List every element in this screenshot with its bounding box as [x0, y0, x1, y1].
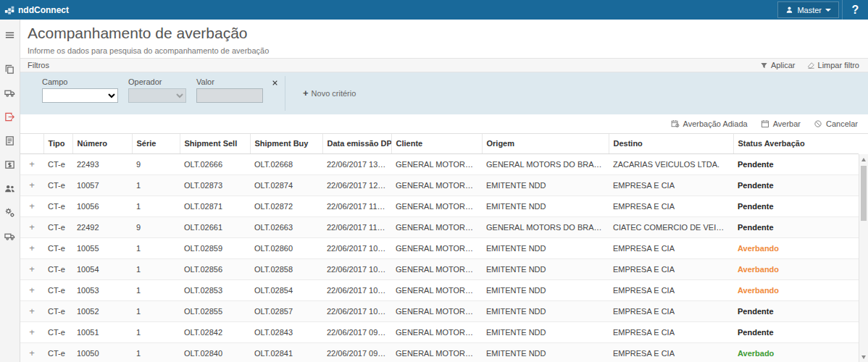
cancelar-button[interactable]: Cancelar — [814, 119, 858, 128]
expand-row-button[interactable]: + — [20, 300, 43, 321]
cell-origem: EMITENTE NDD — [482, 174, 609, 195]
expand-row-button[interactable]: + — [20, 237, 43, 258]
column-header-destino[interactable]: Destino — [609, 134, 733, 153]
cell-origem: EMITENTE NDD — [482, 300, 609, 321]
scrollbar-thumb[interactable] — [861, 166, 867, 221]
column-header-shipment_buy[interactable]: Shipment Buy — [250, 134, 322, 153]
column-header-origem[interactable]: Origem — [482, 134, 609, 153]
cell-shipment_buy: OLT.02858 — [250, 258, 322, 279]
triangle-down-icon — [861, 355, 866, 359]
cell-shipment_sell: OLT.02856 — [180, 258, 250, 279]
cell-data_emissao: 22/06/2017 12:06 — [322, 174, 391, 195]
table-row[interactable]: +CT-e100571OLT.02873OLT.0287422/06/2017 … — [20, 174, 859, 195]
scroll-up-button[interactable] — [859, 154, 868, 164]
status-badge: Pendente — [733, 216, 859, 237]
cell-shipment_sell: OLT.02859 — [180, 237, 250, 258]
remove-criteria-button[interactable] — [272, 76, 280, 85]
cell-tipo: CT-e — [43, 195, 72, 216]
averbar-button[interactable]: Averbar — [761, 119, 801, 128]
cell-shipment_buy: OLT.02663 — [250, 216, 322, 237]
cell-data_emissao: 22/06/2017 10:45 — [322, 300, 391, 321]
column-header-cliente[interactable]: Cliente — [391, 134, 482, 153]
status-badge: Pendente — [733, 174, 859, 195]
cell-serie: 1 — [132, 342, 180, 362]
cell-cliente: GENERAL MOTORS DO BRASIL ... — [391, 342, 482, 362]
table-row[interactable]: +CT-e100541OLT.02856OLT.0285822/06/2017 … — [20, 258, 859, 279]
expand-row-button[interactable]: + — [20, 216, 43, 237]
cell-serie: 9 — [132, 153, 180, 174]
table-row[interactable]: +CT-e100521OLT.02855OLT.0285722/06/2017 … — [20, 300, 859, 321]
expand-row-button[interactable]: + — [20, 279, 43, 300]
column-header-serie[interactable]: Série — [132, 134, 180, 153]
sidebar-item-configuracoes[interactable] — [0, 203, 20, 222]
sidebar-item-documents[interactable] — [0, 59, 20, 78]
column-label: Origem — [487, 139, 515, 148]
users-icon — [4, 183, 15, 194]
cancelar-label: Cancelar — [826, 119, 858, 128]
column-label: Destino — [614, 139, 643, 148]
new-criterion-button[interactable]: + Novo critério — [303, 88, 356, 98]
sidebar-item-usuarios[interactable] — [0, 179, 20, 198]
cell-origem: EMITENTE NDD — [482, 321, 609, 342]
cell-numero: 10050 — [72, 342, 132, 362]
apply-filter-button[interactable]: Aplicar — [760, 61, 796, 70]
column-header-status[interactable]: Status Averbação — [733, 134, 859, 153]
clear-filter-button[interactable]: Limpar filtro — [807, 61, 859, 70]
apply-filter-label: Aplicar — [771, 61, 796, 70]
cell-tipo: CT-e — [43, 153, 72, 174]
sidebar-item-transport[interactable] — [0, 83, 20, 102]
app-brand: nddConnect — [0, 5, 69, 15]
cell-numero: 22493 — [72, 153, 132, 174]
user-label: Master — [797, 6, 822, 14]
help-button[interactable]: ? — [842, 0, 868, 20]
table-row[interactable]: +CT-e224939OLT.02666OLT.0266822/06/2017 … — [20, 153, 859, 174]
user-menu-button[interactable]: Master — [777, 1, 839, 18]
vertical-scrollbar[interactable] — [859, 154, 868, 362]
column-header-data_emissao[interactable]: Data emissão DPS↓ — [322, 134, 391, 153]
sidebar-item-menu[interactable] — [0, 25, 20, 44]
expand-row-button[interactable]: + — [20, 195, 43, 216]
cell-shipment_buy: OLT.02854 — [250, 279, 322, 300]
cell-shipment_buy: OLT.02841 — [250, 342, 322, 362]
operador-label: Operador — [128, 77, 186, 86]
cell-shipment_buy: OLT.02860 — [250, 237, 322, 258]
document-icon — [4, 135, 15, 146]
cell-destino: EMPRESA E CIA — [609, 195, 733, 216]
table-row[interactable]: +CT-e224929OLT.02661OLT.0266322/06/2017 … — [20, 216, 859, 237]
expand-row-button[interactable]: + — [20, 153, 43, 174]
filters-title: Filtros — [28, 61, 49, 70]
cell-shipment_sell: OLT.02871 — [180, 195, 250, 216]
scroll-down-button[interactable] — [859, 352, 868, 362]
cell-data_emissao: 22/06/2017 10:46 — [322, 279, 391, 300]
valor-input[interactable] — [196, 88, 263, 103]
column-header-numero[interactable]: Número — [72, 134, 132, 153]
expand-row-button[interactable]: + — [20, 321, 43, 342]
column-header-tipo[interactable]: Tipo — [43, 134, 72, 153]
averbacao-adiada-button[interactable]: Averbação Adiada — [671, 119, 748, 128]
sidebar-item-financeiro[interactable] — [0, 155, 20, 174]
column-header-shipment_sell[interactable]: Shipment Sell — [180, 134, 250, 153]
cell-tipo: CT-e — [43, 174, 72, 195]
cell-tipo: CT-e — [43, 258, 72, 279]
table-row[interactable]: +CT-e100511OLT.02842OLT.0284322/06/2017 … — [20, 321, 859, 342]
cell-destino: EMPRESA E CIA — [609, 174, 733, 195]
column-label: Tipo — [49, 139, 65, 148]
expand-row-button[interactable]: + — [20, 174, 43, 195]
campo-select[interactable] — [42, 88, 118, 103]
table-row[interactable]: +CT-e100551OLT.02859OLT.0286022/06/2017 … — [20, 237, 859, 258]
operador-select[interactable] — [128, 88, 186, 103]
sidebar-item-averbacao[interactable] — [0, 107, 20, 126]
table-row[interactable]: +CT-e100501OLT.02840OLT.0284122/06/2017 … — [20, 342, 859, 362]
table-row[interactable]: +CT-e100561OLT.02871OLT.0287222/06/2017 … — [20, 195, 859, 216]
sidebar-item-frota[interactable] — [0, 227, 20, 245]
copy-pages-icon — [4, 64, 15, 75]
expand-row-button[interactable]: + — [20, 258, 43, 279]
cell-tipo: CT-e — [43, 300, 72, 321]
filter-icon — [760, 62, 768, 70]
table-row[interactable]: +CT-e100531OLT.02853OLT.0285422/06/2017 … — [20, 279, 859, 300]
truck-icon — [4, 88, 15, 98]
cell-numero: 10051 — [72, 321, 132, 342]
column-header-expand[interactable] — [20, 134, 43, 153]
expand-row-button[interactable]: + — [20, 342, 43, 362]
sidebar-item-relatorios[interactable] — [0, 131, 20, 150]
